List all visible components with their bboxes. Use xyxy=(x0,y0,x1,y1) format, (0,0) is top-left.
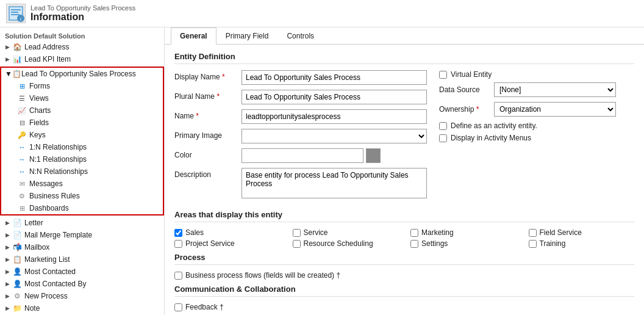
sidebar-child-keys[interactable]: 🔑 Keys xyxy=(13,129,163,141)
rel-icon: ↔ xyxy=(17,167,27,176)
child-label: N:N Relationships xyxy=(29,167,88,176)
sidebar-item-note[interactable]: ▶ 📁 Note xyxy=(0,302,164,314)
area-training-checkbox[interactable] xyxy=(529,240,537,248)
description-textarea[interactable]: Base entity for process Lead To Opportun… xyxy=(242,168,427,198)
feedback-row: Feedback † xyxy=(174,303,634,311)
expand-icon: ▶ xyxy=(4,231,11,239)
sidebar-group-lead-opportunity: ▼ 📋 Lead To Opportunity Sales Process ⊞ … xyxy=(0,67,164,215)
area-field-service: Field Service xyxy=(529,228,635,237)
area-sales-checkbox[interactable] xyxy=(174,229,182,237)
sidebar-item-new-process[interactable]: ▶ ⚙ New Process xyxy=(0,290,164,302)
name-input[interactable] xyxy=(242,109,427,124)
expand-icon: ▶ xyxy=(4,292,11,300)
area-project-service-checkbox[interactable] xyxy=(174,240,182,248)
sidebar-item-letter[interactable]: ▶ 📄 Letter xyxy=(0,217,164,229)
primary-image-control xyxy=(242,129,427,143)
tab-bar: General Primary Field Controls xyxy=(165,27,644,45)
sidebar-child-n1-rel[interactable]: ↔ N:1 Relationships xyxy=(13,153,163,165)
bpf-label: Business process flows (fields will be c… xyxy=(185,271,340,280)
views-icon: ☰ xyxy=(17,93,27,103)
sidebar-item-lead-kpi[interactable]: ▶ 📊 Lead KPI Item xyxy=(0,53,164,65)
sidebar-item-label: New Process xyxy=(24,292,68,300)
sidebar-item-label: Most Contacted By xyxy=(24,280,86,288)
area-service-label: Service xyxy=(304,228,328,237)
sidebar-child-charts[interactable]: 📈 Charts xyxy=(13,104,163,117)
bpf-checkbox[interactable] xyxy=(174,272,182,280)
data-source-label: Data Source xyxy=(439,85,494,94)
area-field-service-checkbox[interactable] xyxy=(529,229,537,237)
description-control: Base entity for process Lead To Opportun… xyxy=(242,168,427,200)
entity-icon: 📋 xyxy=(12,255,22,264)
expand-icon: ▶ xyxy=(4,268,11,275)
sidebar-child-forms[interactable]: ⊞ Forms xyxy=(13,80,163,92)
form-two-col: Display Name * Plural Name * xyxy=(174,70,634,205)
primary-image-select[interactable] xyxy=(242,129,427,143)
entity-definition-title: Entity Definition xyxy=(174,52,634,64)
entity-icon: 📋 xyxy=(12,70,21,78)
activity-entity-label: Define as an activity entity. xyxy=(451,121,537,130)
sidebar-group-header[interactable]: ▼ 📋 Lead To Opportunity Sales Process xyxy=(1,68,163,80)
collab-title: Communication & Collaboration xyxy=(174,284,634,297)
sidebar-child-messages[interactable]: ✉ Messages xyxy=(13,178,163,190)
area-service-checkbox[interactable] xyxy=(293,229,301,237)
entity-icon: 📄 xyxy=(12,230,22,240)
name-row: Name * xyxy=(174,109,427,124)
sidebar-item-mailbox[interactable]: ▶ 📬 Mailbox xyxy=(0,241,164,253)
sidebar-item-most-contacted-by[interactable]: ▶ 👤 Most Contacted By xyxy=(0,278,164,290)
sidebar-item-lead-address[interactable]: ▶ 🏠 Lead Address xyxy=(0,41,164,53)
ownership-select[interactable]: Organization xyxy=(494,102,616,117)
activity-menu-checkbox[interactable] xyxy=(439,134,447,142)
sidebar-child-biz-rules[interactable]: ⚙ Business Rules xyxy=(13,190,163,202)
display-name-input[interactable] xyxy=(242,70,427,85)
sidebar-item-label: Letter xyxy=(24,219,43,227)
virtual-entity-checkbox[interactable] xyxy=(439,71,447,79)
child-label: 1:N Relationships xyxy=(29,143,87,151)
name-control xyxy=(242,109,427,124)
sidebar-child-dashboards[interactable]: ⊞ Dashboards xyxy=(13,202,163,214)
svg-text:i: i xyxy=(20,16,21,22)
content-area: General Primary Field Controls Entity De… xyxy=(165,27,644,315)
sidebar-item-label: Mail Merge Template xyxy=(24,231,92,239)
tab-primary-field[interactable]: Primary Field xyxy=(216,27,278,45)
areas-title: Areas that display this entity xyxy=(174,210,634,222)
sidebar-item-most-contacted[interactable]: ▶ 👤 Most Contacted xyxy=(0,266,164,278)
header-icon: i xyxy=(6,4,26,23)
entity-icon: 🏠 xyxy=(12,42,22,52)
area-service: Service xyxy=(293,228,399,237)
sidebar-child-1n-rel[interactable]: ↔ 1:N Relationships xyxy=(13,141,163,153)
sidebar-item-mail-merge[interactable]: ▶ 📄 Mail Merge Template xyxy=(0,229,164,241)
display-name-row: Display Name * xyxy=(174,70,427,85)
area-resource-checkbox[interactable] xyxy=(293,240,301,248)
tab-general[interactable]: General xyxy=(171,27,216,45)
data-source-select[interactable]: [None] xyxy=(494,82,616,97)
color-text-input[interactable] xyxy=(242,148,363,163)
expand-icon: ▶ xyxy=(4,244,11,251)
sidebar-child-views[interactable]: ☰ Views xyxy=(13,92,163,104)
expand-icon: ▶ xyxy=(4,305,11,312)
sidebar-child-nn-rel[interactable]: ↔ N:N Relationships xyxy=(13,165,163,178)
child-label: Messages xyxy=(29,179,63,188)
sidebar-child-fields[interactable]: ⊟ Fields xyxy=(13,117,163,129)
area-marketing: Marketing xyxy=(410,228,517,237)
color-swatch[interactable] xyxy=(366,148,381,163)
area-sales-label: Sales xyxy=(185,228,204,237)
bpf-row: Business process flows (fields will be c… xyxy=(174,271,634,280)
area-marketing-checkbox[interactable] xyxy=(410,229,418,237)
display-name-label: Display Name * xyxy=(174,70,242,81)
sidebar-item-marketing-list[interactable]: ▶ 📋 Marketing List xyxy=(0,253,164,266)
header-title: Information xyxy=(30,12,135,23)
area-settings-checkbox[interactable] xyxy=(410,240,418,248)
areas-grid: Sales Service Marketing Field Service xyxy=(174,228,634,248)
ownership-row: Ownership * Organization xyxy=(439,102,634,117)
svg-rect-1 xyxy=(11,9,21,10)
tab-controls[interactable]: Controls xyxy=(277,27,323,45)
activity-entity-checkbox[interactable] xyxy=(439,122,447,130)
sidebar: Solution Default Solution ▶ 🏠 Lead Addre… xyxy=(0,27,165,315)
plural-name-input[interactable] xyxy=(242,90,427,104)
entity-icon: 📊 xyxy=(12,54,22,64)
name-label: Name * xyxy=(174,109,242,120)
expand-icon: ▶ xyxy=(4,56,11,63)
sidebar-item-label: Mailbox xyxy=(24,243,49,252)
expand-icon: ▶ xyxy=(4,219,11,226)
feedback-checkbox[interactable] xyxy=(174,303,182,311)
